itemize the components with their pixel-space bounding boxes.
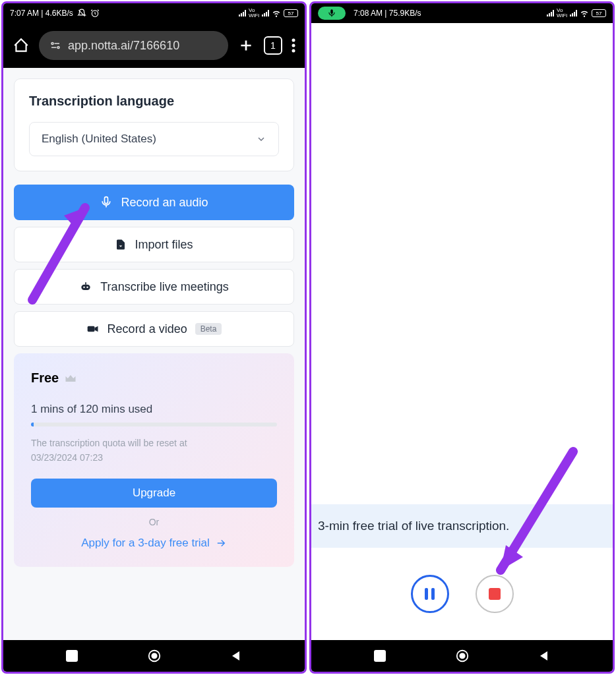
status-time: 7:08 AM | 75.9KB/s	[354, 9, 421, 18]
transcribe-meetings-button[interactable]: Transcribe live meetings	[14, 269, 294, 305]
nav-recents-button[interactable]	[59, 643, 85, 669]
video-icon	[86, 322, 100, 336]
svg-rect-10	[87, 326, 94, 332]
record-audio-button[interactable]: Record an audio	[14, 185, 294, 220]
language-card: Transcription language English (United S…	[14, 78, 294, 171]
svg-point-17	[460, 653, 464, 658]
dropdown-value: English (United States)	[42, 132, 156, 146]
crown-icon	[64, 372, 77, 385]
pause-icon	[425, 588, 435, 600]
tab-count-button[interactable]: 1	[264, 36, 282, 55]
svg-rect-14	[330, 9, 333, 14]
file-icon	[115, 239, 127, 250]
svg-point-1	[51, 43, 53, 45]
signal-icon	[239, 10, 246, 16]
plan-title: Free	[31, 370, 277, 386]
home-icon[interactable]	[13, 37, 30, 54]
svg-rect-7	[82, 285, 90, 290]
nav-bar	[3, 640, 305, 672]
phone-left: 7:07 AM | 4.6KB/s VoWiFi 57 app.notta.ai…	[1, 1, 307, 674]
arrow-right-icon	[215, 537, 227, 549]
nav-back-button[interactable]	[223, 643, 249, 669]
record-controls	[311, 548, 613, 640]
import-files-button[interactable]: Import files	[14, 227, 294, 262]
url-text: app.notta.ai/7166610	[68, 39, 179, 53]
svg-point-8	[84, 287, 86, 289]
nav-home-button[interactable]	[449, 643, 476, 669]
svg-rect-6	[105, 197, 108, 204]
recording-indicator	[318, 7, 346, 20]
svg-point-4	[292, 44, 295, 47]
svg-point-5	[292, 49, 295, 53]
card-title: Transcription language	[29, 94, 279, 109]
beta-badge: Beta	[195, 323, 222, 335]
progress-bar	[31, 423, 277, 426]
record-video-button[interactable]: Record a video Beta	[14, 311, 294, 347]
mic-icon	[327, 9, 336, 18]
signal-icon-2	[570, 10, 577, 16]
plan-usage: 1 mins of 120 mins used	[31, 403, 277, 416]
trial-banner: 3-min free trial of live transcription.	[311, 504, 613, 548]
site-settings-icon	[49, 40, 61, 51]
status-bar: 7:08 AM | 75.9KB/s VoWiFi 57	[311, 3, 613, 23]
pause-button[interactable]	[411, 575, 449, 613]
url-bar[interactable]: app.notta.ai/7166610	[39, 31, 228, 60]
alarm-icon	[90, 9, 100, 18]
svg-point-13	[152, 653, 156, 658]
status-bar: 7:07 AM | 4.6KB/s VoWiFi 57	[3, 3, 305, 23]
menu-icon[interactable]	[292, 38, 295, 53]
mic-icon	[100, 196, 113, 209]
do-not-disturb-icon	[77, 9, 86, 18]
svg-rect-15	[374, 650, 386, 662]
chevron-down-icon	[256, 134, 266, 144]
status-time: 7:07 AM | 4.6KB/s	[10, 9, 73, 18]
language-dropdown[interactable]: English (United States)	[29, 122, 279, 156]
vowifi-icon: VoWiFi	[249, 8, 259, 18]
plan-card: Free 1 mins of 120 mins used The transcr…	[14, 353, 294, 567]
stop-button[interactable]	[476, 575, 514, 613]
main-content: Transcription language English (United S…	[3, 68, 305, 640]
wifi-icon	[580, 9, 589, 18]
stop-icon	[489, 588, 501, 600]
nav-recents-button[interactable]	[367, 643, 393, 669]
battery-icon: 57	[592, 9, 606, 17]
svg-point-9	[87, 287, 89, 289]
upgrade-button[interactable]: Upgrade	[31, 479, 277, 508]
nav-back-button[interactable]	[531, 643, 557, 669]
browser-bar: app.notta.ai/7166610 1	[3, 23, 305, 68]
or-text: Or	[31, 517, 277, 527]
svg-point-3	[292, 39, 295, 42]
wifi-icon	[272, 9, 281, 18]
bot-icon	[79, 280, 92, 293]
nav-bar	[311, 640, 613, 672]
nav-home-button[interactable]	[141, 643, 168, 669]
trial-link[interactable]: Apply for a 3-day free trial	[31, 537, 277, 550]
signal-icon-2	[262, 10, 269, 16]
plan-note: The transcription quota will be reset at…	[31, 436, 277, 465]
recording-screen: 3-min free trial of live transcription.	[311, 23, 613, 640]
svg-rect-11	[66, 650, 78, 662]
signal-icon	[547, 10, 554, 16]
vowifi-icon: VoWiFi	[557, 8, 567, 18]
new-tab-icon[interactable]	[237, 37, 255, 54]
battery-icon: 57	[284, 9, 298, 17]
phone-right: 7:08 AM | 75.9KB/s VoWiFi 57 3-min free …	[309, 1, 615, 674]
svg-point-2	[57, 47, 59, 49]
